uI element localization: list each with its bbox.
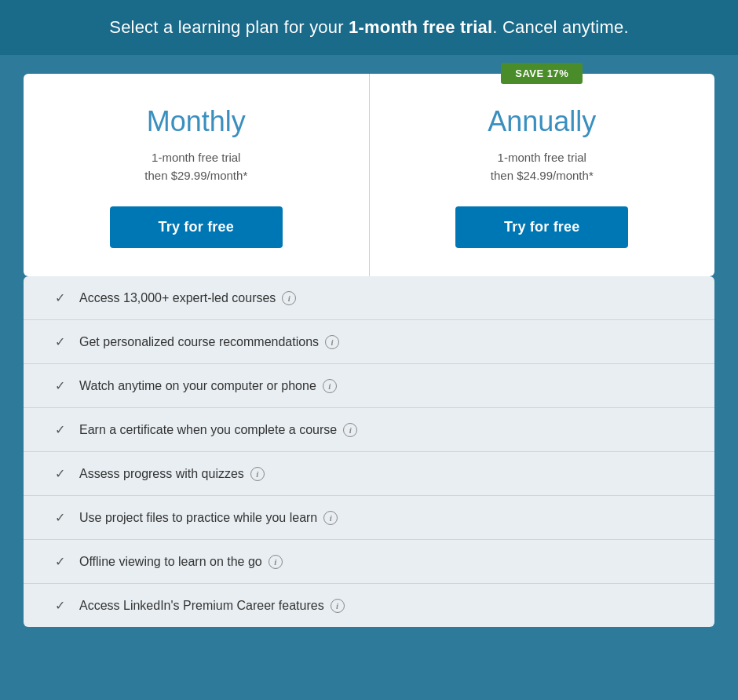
feature-item: ✓ Access LinkedIn's Premium Career featu… (24, 584, 714, 627)
annually-plan-title: Annually (488, 105, 596, 138)
save-badge: SAVE 17% (501, 63, 583, 84)
header-banner: Select a learning plan for your 1-month … (0, 0, 738, 55)
annually-subtitle-line1: 1-month free trial (498, 151, 586, 164)
feature-row: Get personalized course recommendations … (79, 335, 339, 349)
info-icon[interactable]: i (323, 379, 337, 393)
header-text: Select a learning plan for your 1-month … (31, 17, 707, 38)
pricing-container: Monthly 1-month free trial then $29.99/m… (24, 74, 714, 276)
annually-try-button[interactable]: Try for free (455, 206, 628, 248)
info-icon[interactable]: i (250, 467, 265, 481)
feature-row: Access 13,000+ expert-led courses i (79, 291, 296, 305)
monthly-plan-subtitle: 1-month free trial then $29.99/month* (144, 149, 247, 184)
feature-text: Offline viewing to learn on the go (79, 555, 262, 569)
info-icon[interactable]: i (323, 511, 338, 525)
feature-row: Watch anytime on your computer or phone … (79, 379, 337, 393)
info-icon[interactable]: i (269, 555, 283, 569)
info-icon[interactable]: i (282, 291, 296, 305)
monthly-subtitle-line2: then $29.99/month* (144, 169, 247, 182)
feature-text: Watch anytime on your computer or phone (79, 379, 316, 393)
feature-text: Use project files to practice while you … (79, 511, 317, 525)
monthly-subtitle-line1: 1-month free trial (152, 151, 240, 164)
feature-row: Earn a certificate when you complete a c… (79, 423, 357, 437)
feature-item: ✓ Assess progress with quizzes i (24, 452, 714, 496)
monthly-plan: Monthly 1-month free trial then $29.99/m… (24, 74, 370, 276)
feature-item: ✓ Use project files to practice while yo… (24, 496, 714, 540)
annually-subtitle-line2: then $24.99/month* (491, 169, 594, 182)
checkmark-icon: ✓ (55, 334, 65, 349)
checkmark-icon: ✓ (55, 466, 65, 481)
checkmark-icon: ✓ (55, 290, 65, 305)
info-icon[interactable]: i (325, 335, 339, 349)
features-container: ✓ Access 13,000+ expert-led courses i ✓ … (24, 276, 714, 627)
feature-item: ✓ Offline viewing to learn on the go i (24, 540, 714, 584)
feature-item: ✓ Watch anytime on your computer or phon… (24, 364, 714, 408)
feature-item: ✓ Access 13,000+ expert-led courses i (24, 276, 714, 320)
feature-text: Assess progress with quizzes (79, 467, 244, 481)
annually-plan-subtitle: 1-month free trial then $24.99/month* (491, 149, 594, 184)
feature-row: Access LinkedIn's Premium Career feature… (79, 599, 345, 613)
feature-text: Earn a certificate when you complete a c… (79, 423, 337, 437)
feature-text: Access 13,000+ expert-led courses (79, 291, 276, 305)
feature-item: ✓ Get personalized course recommendation… (24, 320, 714, 364)
feature-text: Access LinkedIn's Premium Career feature… (79, 599, 324, 613)
checkmark-icon: ✓ (55, 598, 65, 613)
feature-text: Get personalized course recommendations (79, 335, 319, 349)
feature-item: ✓ Earn a certificate when you complete a… (24, 408, 714, 452)
info-icon[interactable]: i (331, 599, 345, 613)
main-content: Monthly 1-month free trial then $29.99/m… (0, 55, 738, 651)
checkmark-icon: ✓ (55, 554, 65, 569)
annually-plan: SAVE 17% Annually 1-month free trial the… (370, 74, 715, 276)
feature-row: Use project files to practice while you … (79, 511, 338, 525)
header-bold: 1-month free trial (349, 17, 492, 37)
monthly-try-button[interactable]: Try for free (110, 206, 283, 248)
checkmark-icon: ✓ (55, 510, 65, 525)
feature-row: Assess progress with quizzes i (79, 467, 265, 481)
pricing-wrapper: Monthly 1-month free trial then $29.99/m… (24, 55, 714, 276)
info-icon[interactable]: i (343, 423, 357, 437)
monthly-plan-title: Monthly (147, 105, 246, 138)
checkmark-icon: ✓ (55, 378, 65, 393)
checkmark-icon: ✓ (55, 422, 65, 437)
feature-row: Offline viewing to learn on the go i (79, 555, 283, 569)
